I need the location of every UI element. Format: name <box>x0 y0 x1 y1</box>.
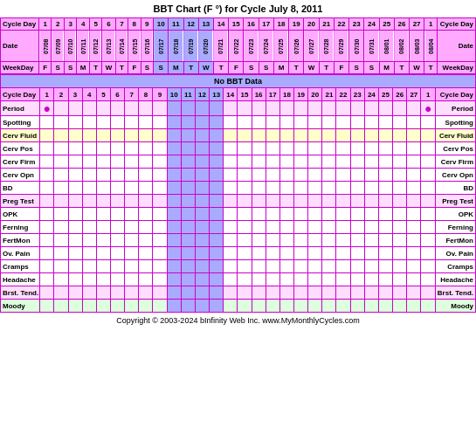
symptom-data-cell <box>110 129 124 142</box>
cycle-day-cell: 10 <box>154 18 169 31</box>
symptom-data-cell <box>82 129 96 142</box>
symptom-data-cell <box>139 273 153 286</box>
symptom-data-cell <box>125 300 139 313</box>
symptom-data-cell <box>68 101 82 116</box>
cycle-day-cell: 1 <box>39 18 52 31</box>
cycle-day-cell: 21 <box>319 18 334 31</box>
symptom-data-cell <box>139 247 153 260</box>
symptom-data-cell <box>54 182 68 195</box>
cycle-day-header-bottom-right: Cycle Day <box>435 88 475 101</box>
cycle-day-bottom-cell: 7 <box>125 88 139 101</box>
symptom-data-cell <box>167 260 181 273</box>
symptom-data-cell <box>378 260 392 273</box>
symptom-data-cell <box>308 169 322 182</box>
weekday-cell: W <box>102 62 115 74</box>
symptom-data-cell <box>181 234 195 247</box>
symptom-data-cell <box>364 234 378 247</box>
symptom-label: Cramps <box>1 260 40 273</box>
symptom-data-cell <box>252 221 266 234</box>
symptom-data-cell <box>210 208 224 221</box>
symptom-data-cell <box>294 169 308 182</box>
symptom-data-cell <box>224 300 238 313</box>
symptom-data-cell <box>308 116 322 129</box>
symptom-data-cell <box>407 142 421 155</box>
symptom-data-cell <box>364 155 378 169</box>
symptom-data-cell <box>224 182 238 195</box>
symptom-data-cell <box>82 142 96 155</box>
symptom-data-cell <box>393 116 407 129</box>
cycle-day-bottom-cell: 2 <box>54 88 68 101</box>
symptom-data-cell <box>421 286 435 300</box>
weekday-cell: T <box>319 62 334 74</box>
symptom-data-cell <box>181 208 195 221</box>
symptom-data-cell <box>195 182 209 195</box>
symptom-data-cell <box>110 260 124 273</box>
cycle-day-cell: 23 <box>349 18 364 31</box>
symptom-data-cell <box>266 101 279 116</box>
symptom-data-cell <box>407 273 421 286</box>
symptom-data-cell <box>82 260 96 273</box>
symptom-data-cell <box>364 101 378 116</box>
symptom-label: Spotting <box>1 116 40 129</box>
symptom-data-cell <box>308 142 322 155</box>
symptom-data-cell <box>139 195 153 208</box>
symptom-data-cell <box>364 142 378 155</box>
symptom-data-cell <box>279 101 293 116</box>
symptom-right-label: Cramps <box>435 260 475 273</box>
symptom-data-cell <box>350 169 364 182</box>
symptom-data-cell <box>350 155 364 169</box>
symptom-data-cell <box>153 116 167 129</box>
symptom-row: Period●●Period <box>1 101 476 116</box>
symptom-data-cell <box>82 169 96 182</box>
symptom-data-cell <box>252 155 266 169</box>
symptom-data-cell <box>54 208 68 221</box>
symptom-data-cell <box>153 300 167 313</box>
symptom-data-cell <box>195 195 209 208</box>
date-cell: 08/01 <box>379 31 394 62</box>
symptom-data-cell <box>54 101 68 116</box>
symptom-data-cell <box>110 142 124 155</box>
cycle-day-cell: 19 <box>289 18 304 31</box>
symptom-data-cell <box>294 300 308 313</box>
symptom-data-cell <box>167 101 181 116</box>
symptom-data-cell <box>181 169 195 182</box>
symptom-data-cell <box>378 221 392 234</box>
symptom-data-cell <box>294 208 308 221</box>
symptom-data-cell <box>393 182 407 195</box>
symptom-data-cell <box>110 195 124 208</box>
symptom-label: Preg Test <box>1 195 40 208</box>
cycle-day-bottom-cell: 9 <box>153 88 167 101</box>
symptom-data-cell <box>110 155 124 169</box>
symptom-data-cell <box>68 260 82 273</box>
symptom-right-label: OPK <box>435 208 475 221</box>
symptom-data-cell <box>336 169 350 182</box>
symptom-data-cell <box>252 129 266 142</box>
symptom-data-cell <box>210 142 224 155</box>
symptom-data-cell <box>82 116 96 129</box>
symptom-data-cell <box>393 101 407 116</box>
symptom-data-cell <box>266 247 279 260</box>
symptom-data-cell <box>238 101 252 116</box>
symptom-data-cell <box>96 101 110 116</box>
symptom-data-cell <box>181 300 195 313</box>
symptom-data-cell <box>153 208 167 221</box>
symptom-data-cell <box>407 286 421 300</box>
symptom-data-cell <box>364 260 378 273</box>
symptom-data-cell <box>210 116 224 129</box>
symptom-data-cell <box>82 300 96 313</box>
symptom-data-cell: ● <box>421 101 435 116</box>
symptom-data-cell <box>378 101 392 116</box>
date-header-left: Date <box>1 31 39 62</box>
symptom-data-cell <box>322 273 336 286</box>
symptom-data-cell <box>54 195 68 208</box>
symptom-data-cell <box>195 300 209 313</box>
page-title: BBT Chart (F °) for Cycle July 8, 2011 <box>0 0 476 17</box>
symptom-data-cell <box>68 195 82 208</box>
cycle-day-bottom-cell: 21 <box>322 88 336 101</box>
cycle-day-bottom-cell: 25 <box>378 88 392 101</box>
symptom-data-cell <box>350 234 364 247</box>
date-cell: 07/21 <box>213 31 228 62</box>
symptom-data-cell <box>110 234 124 247</box>
symptom-data-cell <box>322 195 336 208</box>
symptom-data-cell <box>294 195 308 208</box>
